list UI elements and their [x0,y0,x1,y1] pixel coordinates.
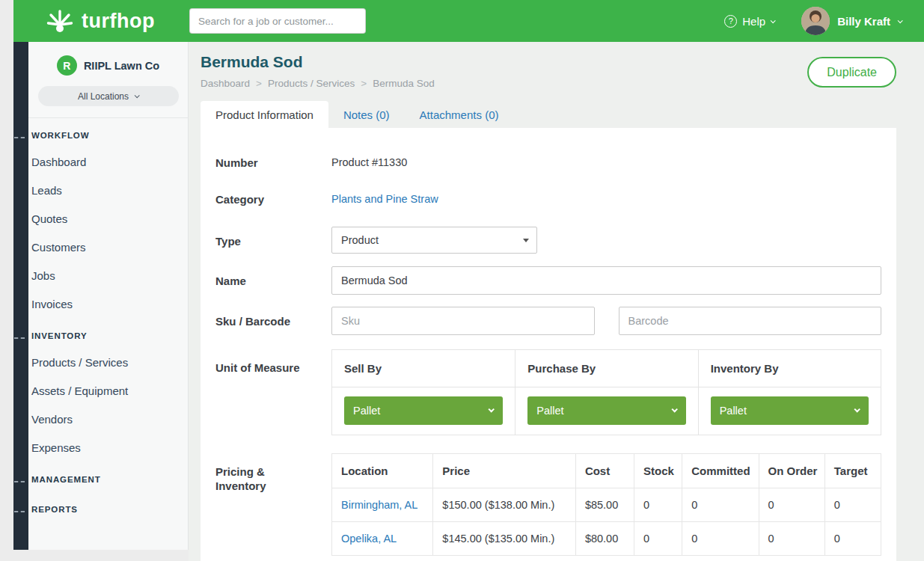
sell-by-dropdown[interactable]: Pallet [344,396,503,425]
column-header-on-order: On Order [759,454,824,488]
user-menu[interactable]: Billy Kraft [801,7,902,35]
purchase-by-value: Pallet [536,405,563,417]
on-order-cell: 0 [759,488,824,522]
sell-by-value: Pallet [353,405,380,417]
sidebar-item-dashboard[interactable]: Dashboard [28,148,188,177]
locations-dropdown[interactable]: All Locations [38,86,179,106]
sidebar-item-customers[interactable]: Customers [28,233,188,262]
main-content: Bermuda Sod Dashboard > Products / Servi… [189,42,924,561]
category-link[interactable]: Plants and Pine Straw [331,193,438,205]
number-value: Product #11330 [331,156,881,170]
cost-cell: $85.00 [575,488,634,522]
location-cell: Birmingham, AL [332,488,433,522]
number-label: Number [215,156,331,170]
section-reports[interactable]: REPORTS [28,492,188,522]
uom-cell: Pallet [515,387,697,435]
chevron-down-icon [135,93,140,98]
barcode-input[interactable] [619,307,882,335]
duplicate-button[interactable]: Duplicate [807,57,896,88]
committed-cell: 0 [682,488,759,522]
section-workflow[interactable]: WORKFLOW [28,118,188,148]
type-label: Type [215,227,331,248]
sidebar-item-leads[interactable]: Leads [28,177,188,205]
table-row: Opelika, AL $145.00 ($135.00 Min.) $80.0… [332,522,881,556]
locations-label: All Locations [78,91,129,102]
category-label: Category [215,192,331,206]
pricing-inventory-label: Pricing & Inventory [215,453,331,493]
type-select[interactable]: Product [331,227,537,254]
on-order-cell: 0 [759,522,824,556]
top-header: turfhop ? Help Billy Kraft [13,0,924,42]
sidebar-item-products-services[interactable]: Products / Services [28,349,188,377]
stock-cell: 0 [634,522,682,556]
sidebar-item-quotes[interactable]: Quotes [28,205,188,233]
company-name: RIIPL Lawn Co [84,60,159,72]
brand-name: turfhop [82,10,155,33]
sidebar-menu: WORKFLOW Dashboard Leads Quotes Customer… [28,118,188,522]
sidebar-content: R RIIPL Lawn Co All Locations WORKFLOW D… [28,42,188,550]
breadcrumb-separator: > [256,78,262,89]
turfhop-logo[interactable]: turfhop [45,6,155,36]
sidebar-item-expenses[interactable]: Expenses [28,434,188,462]
pricing-inventory-label-text: Pricing & Inventory [215,465,275,493]
chevron-down-icon [854,406,860,412]
tab-product-information[interactable]: Product Information [201,101,328,128]
location-cell: Opelika, AL [332,522,433,556]
chevron-down-icon [489,406,495,412]
user-name: Billy Kraft [837,15,890,28]
sku-input[interactable] [331,307,595,335]
page-header: Bermuda Sod Dashboard > Products / Servi… [201,42,896,89]
location-link[interactable]: Opelika, AL [341,533,397,545]
section-management[interactable]: MANAGEMENT [28,462,188,492]
uom-column-sell-by: Sell By [332,350,515,387]
search-area [189,8,366,34]
help-menu[interactable]: ? Help [724,15,774,28]
breadcrumb-products-services[interactable]: Products / Services [268,78,355,89]
inventory-by-dropdown[interactable]: Pallet [711,396,869,425]
sku-barcode-label: Sku / Barcode [215,307,331,328]
help-label: Help [742,15,765,28]
column-header-location: Location [332,454,433,488]
sidebar-item-jobs[interactable]: Jobs [28,262,188,290]
sidebar-item-vendors[interactable]: Vendors [28,405,188,434]
pricing-table: Location Price Cost Stock Committed On O… [331,453,881,556]
inventory-by-value: Pallet [720,405,747,417]
price-cell: $150.00 ($138.00 Min.) [433,488,576,522]
column-header-price: Price [433,454,576,488]
sidebar-item-assets-equipment[interactable]: Assets / Equipment [28,377,188,405]
sidebar: R RIIPL Lawn Co All Locations WORKFLOW D… [13,42,189,550]
chevron-down-icon [898,18,903,23]
name-label: Name [215,266,331,288]
uom-column-purchase-by: Purchase By [515,350,697,387]
tab-notes[interactable]: Notes (0) [328,101,405,128]
uom-cell: Pallet [698,387,881,435]
chevron-down-icon [671,406,677,412]
purchase-by-dropdown[interactable]: Pallet [527,396,685,425]
search-input[interactable] [189,8,366,34]
company-avatar: R [57,55,77,76]
select-arrow-icon [523,239,529,242]
tab-bar: Product Information Notes (0) Attachment… [201,101,896,128]
target-cell: 0 [824,522,881,556]
unit-of-measure-table: Sell By Purchase By Inventory By Pallet … [331,349,881,435]
pricing-header-row: Location Price Cost Stock Committed On O… [332,454,881,488]
chevron-down-icon [771,18,776,23]
user-avatar [801,7,830,35]
stock-cell: 0 [634,488,682,522]
price-cell: $145.00 ($135.00 Min.) [433,522,576,556]
location-link[interactable]: Birmingham, AL [341,499,417,511]
section-inventory[interactable]: INVENTORY [28,319,188,349]
breadcrumb: Dashboard > Products / Services > Bermud… [201,78,435,89]
uom-cell: Pallet [332,387,515,435]
cost-cell: $80.00 [575,522,634,556]
breadcrumb-current: Bermuda Sod [373,78,435,89]
sidebar-item-invoices[interactable]: Invoices [28,290,188,319]
page-title: Bermuda Sod [201,53,435,71]
name-input[interactable] [331,266,881,295]
column-header-committed: Committed [682,454,759,488]
column-header-cost: Cost [575,454,634,488]
type-select-value: Product [341,234,379,246]
unit-of-measure-label: Unit of Measure [215,349,331,375]
breadcrumb-dashboard[interactable]: Dashboard [201,78,250,89]
tab-attachments[interactable]: Attachments (0) [405,101,514,128]
